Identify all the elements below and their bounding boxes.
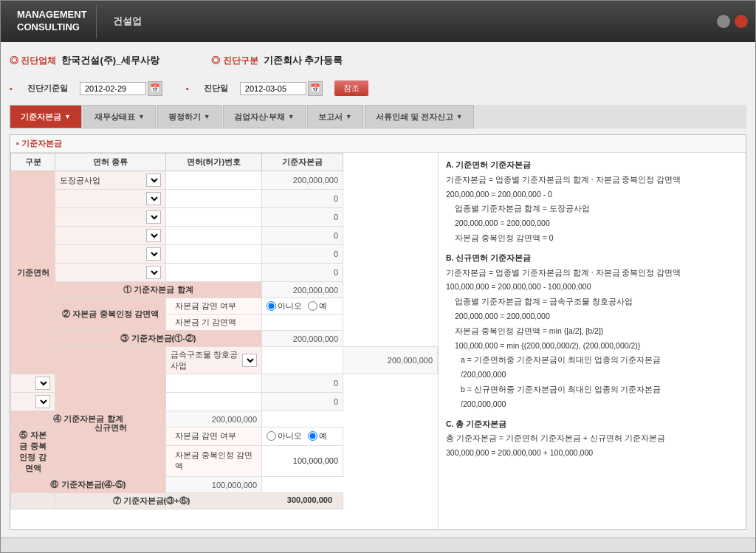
- license-select-1[interactable]: ▼: [146, 192, 161, 205]
- amount-cell-2: 0: [262, 208, 343, 227]
- section-b-sub1: 업종별 기준자본금 합계 = 금속구조물 창호공사업: [446, 295, 738, 308]
- license-select-3[interactable]: ▼: [146, 229, 161, 242]
- section-a-sub1: 업종별 기준자본금 합계 = 도장공사업: [446, 202, 738, 215]
- section-b-line2: 100,000,000 = 200,000,000 - 100,000,000: [446, 281, 738, 293]
- minimize-button[interactable]: [717, 15, 730, 28]
- singyu-license-select-1[interactable]: ▼: [35, 377, 50, 390]
- sum-row-singyu: ④ 기준자본금 합계 200,000,000: [11, 411, 438, 427]
- table-row: 기준면허 도장공사업 ▼ 200,000,000: [11, 171, 438, 190]
- base-capital-amount-gijun: 200,000,000: [262, 331, 343, 347]
- singyu-license-select-2[interactable]: ▼: [35, 395, 50, 408]
- singyu-amt-label: 자본금 중복인정 감면액: [166, 445, 262, 476]
- singyu-yn-label: 자본금 감면 여부: [166, 427, 262, 446]
- amount-cell-3: 0: [262, 227, 343, 245]
- section-c-title: C. 총 기준자본금: [446, 418, 738, 430]
- tab-rating[interactable]: 평정하기 ▼: [157, 105, 221, 128]
- tab-financial-statement[interactable]: 재무상태표 ▼: [83, 105, 156, 128]
- singyu-base-label: ⑥ 기준자본금(④-⑤): [11, 477, 166, 493]
- license-no-cell-2: [166, 208, 262, 227]
- section-title: ▪ 기준자본금: [16, 139, 62, 148]
- section-b-sub2: 자본금 중복인정 감면액 = min {[a/2], [b/2]}: [446, 325, 738, 337]
- license-select-5[interactable]: ▼: [146, 266, 161, 279]
- license-select-4[interactable]: ▼: [146, 247, 161, 261]
- capital-reduction-label: ② 자본금 중복인정 감면액: [55, 298, 166, 331]
- section-b-note-a: a = 기준면허중 기준자본금이 최대인 업종의 기준자본금: [446, 354, 738, 366]
- diag-date-input[interactable]: [240, 82, 306, 95]
- license-no-cell-0: [166, 171, 262, 190]
- singyu-radio-yes-label[interactable]: 예: [308, 430, 327, 442]
- section-header: ▪ 기준자본금: [10, 135, 746, 153]
- company-label: ◎ 진단업체: [10, 55, 56, 66]
- singyu-amount-cell-1: 0: [262, 374, 343, 393]
- section-a-title: A. 기준면허 기준자본금: [446, 159, 738, 171]
- amount-cell-0: 200,000,000: [262, 171, 343, 190]
- radio-no[interactable]: [267, 301, 276, 311]
- license-select-2[interactable]: ▼: [146, 210, 161, 224]
- sum-row-gijun: ① 기준자본금 합계 200,000,000: [11, 282, 438, 298]
- radio-yes-label[interactable]: 예: [308, 300, 327, 312]
- division-label: ◎ 진단구분: [211, 55, 258, 66]
- radio-yes[interactable]: [308, 301, 317, 311]
- tab-arrow-4: ▼: [346, 113, 352, 120]
- reference-button[interactable]: 참조: [334, 80, 368, 96]
- section-c: C. 총 기준자본금 총 기준자본금 = 기준면허 기준자본금 + 신규면허 기…: [446, 418, 738, 459]
- division-section: ◎ 진단구분 기존회사 추가등록: [211, 54, 343, 67]
- amount-cell-4: 0: [262, 245, 343, 264]
- license-cell-5: ▼: [55, 264, 166, 282]
- table-row: ▼ 0: [11, 264, 438, 282]
- company-section: ◎ 진단업체 한국건설(주)_세무사랑: [10, 54, 159, 67]
- table-row: ▼ 0: [11, 245, 438, 264]
- tab-print-efiling[interactable]: 서류인쇄 및 전자신고 ▼: [365, 105, 474, 128]
- amount-cell-5: 0: [262, 264, 343, 282]
- date-row: ▪ 진단기준일 📅 ▪ 진단일 📅 참조: [10, 78, 746, 99]
- capital-reduction-row: ② 자본금 중복인정 감면액 자본금 감면 여부 아니오 예: [11, 298, 438, 315]
- section-a-sub2: 자본금 중복인정 감면액 = 0: [446, 232, 738, 244]
- tab-arrow-0: ▼: [64, 113, 71, 120]
- total-cell: ⑦ 기준자본금(③+⑥)300,000,000: [11, 493, 343, 509]
- th-license-no: 면허(허가)번호: [166, 154, 262, 171]
- singyu-no-cell-2: [166, 393, 262, 411]
- base-date-dot: ▪: [10, 84, 13, 93]
- singyu-license-cell-0: 금속구조물 창호공사업 ▼: [166, 347, 262, 374]
- singyu-license-select-0[interactable]: ▼: [242, 354, 257, 367]
- license-select-0[interactable]: ▼: [146, 174, 161, 187]
- singyu-amt-cell: 100,000,000: [262, 445, 343, 476]
- tab-arrow-1: ▼: [138, 113, 145, 120]
- company-value: 한국건설(주)_세무사랑: [61, 55, 159, 66]
- section-c-line2: 300,000,000 = 200,000,000 + 100,000,000: [446, 447, 738, 459]
- license-cell-4: ▼: [55, 245, 166, 264]
- singyu-radio-yes[interactable]: [308, 431, 317, 441]
- base-date-calendar-icon[interactable]: 📅: [148, 81, 162, 96]
- window-controls: [717, 15, 748, 28]
- tab-assets-debts[interactable]: 검업자산·부채 ▼: [223, 105, 306, 128]
- total-row: ⑦ 기준자본금(③+⑥)300,000,000: [11, 493, 438, 509]
- singyu-radio-no[interactable]: [267, 431, 276, 441]
- table-row: ▼ 0: [11, 208, 438, 227]
- section-b: B. 신규면허 기준자본금 기준자본금 = 업종별 기준자본금의 합계 · 자본…: [446, 252, 738, 411]
- radio-no-label[interactable]: 아니오: [267, 300, 302, 312]
- app-subtitle: 건설업: [106, 15, 717, 28]
- section-c-line1: 총 기준자본금 = 기준면허 기준자본금 + 신규면허 기준자본금: [446, 432, 738, 444]
- diag-date-label: 진단일: [204, 83, 228, 94]
- main-content: ◎ 진단업체 한국건설(주)_세무사랑 ◎ 진단구분 기존회사 추가등록 ▪ 진…: [1, 42, 755, 537]
- singyu-radio-no-label[interactable]: 아니오: [267, 430, 302, 442]
- base-date-input[interactable]: [80, 82, 146, 95]
- capital-yn-cell: 아니오 예: [262, 298, 343, 315]
- left-table: 구분 면허 종류 면허(허가)번호 기준자본금 기준면허: [10, 153, 439, 529]
- section-a-sub1v: 200,000,000 = 200,000,000: [446, 217, 738, 230]
- license-no-cell-1: [166, 190, 262, 208]
- diag-date-calendar-icon[interactable]: 📅: [308, 81, 323, 96]
- singyu-amount-cell-2: 0: [262, 393, 343, 411]
- singyu-base-amount: 100,000,000: [166, 477, 262, 493]
- header-info: ◎ 진단업체 한국건설(주)_세무사랑 ◎ 진단구분 기존회사 추가등록: [10, 49, 746, 72]
- tab-gijun-capital[interactable]: 기준자본금 ▼: [10, 105, 82, 128]
- table-area: 구분 면허 종류 면허(허가)번호 기준자본금 기준면허: [10, 153, 746, 529]
- license-no-cell-5: [166, 264, 262, 282]
- close-button[interactable]: [735, 15, 748, 28]
- capital-amt-label: 자본금 기 감면액: [166, 315, 262, 331]
- section-b-line1: 기준자본금 = 업종별 기준자본금의 합계 · 자본금 중복인정 감면액: [446, 267, 738, 279]
- capital-yn-label: 자본금 감면 여부: [166, 298, 262, 315]
- tab-report[interactable]: 보고서 ▼: [307, 105, 363, 128]
- main-window: MANAGEMENT CONSULTING 건설업 ◎ 진단업체 한국건설(주)…: [0, 0, 756, 553]
- singyu-sum-label: ④ 기준자본금 합계: [11, 411, 166, 427]
